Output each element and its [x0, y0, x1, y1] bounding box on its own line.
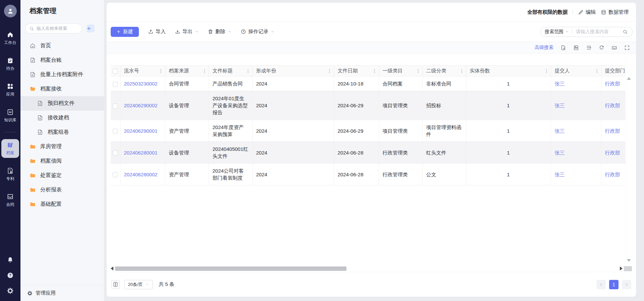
serial-link[interactable]: 202406280002	[124, 172, 158, 177]
search-icon[interactable]	[623, 29, 628, 35]
column-menu-icon[interactable]	[372, 68, 377, 73]
delete-button[interactable]: 删除	[208, 28, 231, 35]
table-search-bar: 搜索范围 请输入搜索内容	[540, 27, 633, 37]
data-manage-button[interactable]: 数据管理	[601, 9, 629, 15]
new-button[interactable]: 新建	[111, 27, 139, 37]
department-link[interactable]: 行政部	[605, 172, 620, 177]
column-header-6[interactable]: 二级分类	[422, 66, 466, 76]
rail-item-patent[interactable]: 专利	[1, 165, 19, 184]
scroll-up-icon[interactable]	[627, 77, 631, 80]
sidebar-item-10[interactable]: 分析报表	[20, 183, 104, 197]
scroll-left-icon[interactable]	[111, 266, 113, 270]
help-icon[interactable]: ?	[7, 272, 14, 279]
scroll-down-icon[interactable]	[627, 259, 631, 262]
advanced-search-link[interactable]: 高级搜索	[535, 45, 553, 51]
column-header-3[interactable]: 形成年份	[252, 66, 334, 76]
notification-bell-icon[interactable]	[7, 256, 14, 263]
column-menu-icon[interactable]	[158, 68, 163, 73]
row-checkbox[interactable]	[113, 172, 118, 177]
next-page-button[interactable]	[622, 280, 631, 289]
page-size-select[interactable]: 20条/页	[124, 280, 153, 289]
keyboard-icon[interactable]	[611, 45, 617, 51]
column-header-0[interactable]: 流水号	[120, 66, 165, 76]
avatar[interactable]	[4, 5, 17, 17]
row-checkbox[interactable]	[113, 104, 118, 109]
serial-link[interactable]: 202406290001	[124, 128, 158, 134]
spacer	[107, 54, 636, 65]
column-menu-icon[interactable]	[459, 68, 464, 73]
sidebar-item-7[interactable]: 库房管理	[20, 139, 104, 154]
search-input[interactable]: 请输入搜索内容	[576, 29, 623, 35]
vertical-scrollbar[interactable]	[626, 77, 631, 262]
submitter-link[interactable]: 张三	[555, 150, 565, 156]
sidebar-item-2[interactable]: 批量上传档案附件	[20, 67, 104, 82]
column-header-8[interactable]: 提交人	[551, 66, 601, 76]
serial-link[interactable]: 202406290002	[124, 103, 158, 108]
column-header-5[interactable]: 一级类目	[379, 66, 422, 76]
column-menu-icon[interactable]	[246, 68, 251, 73]
row-checkbox[interactable]	[113, 129, 118, 134]
field-config-icon[interactable]	[573, 45, 579, 51]
sidebar-item-1[interactable]: 档案台账	[20, 53, 104, 67]
column-menu-icon[interactable]	[327, 68, 332, 73]
operation-log-button[interactable]: 操作记录	[240, 28, 274, 35]
department-link[interactable]: 行政部	[605, 103, 620, 108]
department-link[interactable]: 行政部	[605, 81, 620, 86]
sidebar-item-11[interactable]: 基础配置	[20, 197, 104, 212]
submitter-link[interactable]: 张三	[555, 81, 565, 86]
column-header-9[interactable]: 提交部门	[601, 66, 626, 76]
column-menu-icon[interactable]	[416, 68, 421, 73]
column-header-1[interactable]: 档案来源	[165, 66, 209, 76]
row-height-setting-icon[interactable]	[111, 280, 120, 289]
sidebar-item-label: 批量上传档案附件	[40, 71, 83, 78]
rail-item-archive[interactable]: 档案	[1, 139, 19, 158]
scroll-right-icon[interactable]	[620, 266, 623, 270]
row-checkbox[interactable]	[113, 82, 118, 87]
add-button[interactable]	[87, 24, 95, 33]
search-scope-select[interactable]: 搜索范围	[545, 29, 569, 35]
edit-button[interactable]: 编辑	[578, 9, 596, 15]
export-button[interactable]: 导出	[175, 28, 199, 35]
sidebar-item-6[interactable]: 档案组卷	[20, 125, 104, 139]
department-link[interactable]: 行政部	[605, 150, 620, 156]
row-height-icon[interactable]	[586, 45, 592, 51]
rail-item-knowledge[interactable]: AI知识库	[1, 106, 19, 125]
sidebar-item-4[interactable]: 预归档文件	[20, 96, 104, 111]
submitter-link[interactable]: 张三	[555, 172, 565, 177]
rail-item-apps[interactable]: 应用	[1, 80, 19, 99]
sidebar-item-0[interactable]: 首页	[20, 39, 104, 53]
rail-item-todo[interactable]: 待办	[1, 55, 19, 73]
serial-link[interactable]: 202503230002	[124, 81, 158, 86]
import-button[interactable]: 导入	[148, 28, 166, 35]
sidebar-item-3[interactable]: 档案接收	[20, 82, 104, 96]
serial-link[interactable]: 202406280001	[124, 150, 158, 156]
rail-item-contract[interactable]: 合同	[1, 191, 19, 209]
select-all-checkbox[interactable]	[113, 69, 118, 74]
column-header-4[interactable]: 文件日期	[334, 66, 379, 76]
current-page-button[interactable]: 1	[609, 280, 619, 289]
prev-page-button[interactable]	[596, 280, 606, 289]
column-menu-icon[interactable]	[594, 68, 599, 73]
sidebar-item-9[interactable]: 处置鉴定	[20, 168, 104, 183]
settings-gear-icon[interactable]	[7, 287, 14, 294]
sidebar-item-5[interactable]: 接收建档	[20, 111, 104, 125]
column-menu-icon[interactable]	[202, 68, 207, 73]
column-header-2[interactable]: 文件标题	[209, 66, 252, 76]
manage-apps-button[interactable]: 管理应用	[20, 285, 104, 301]
rail-item-workbench[interactable]: 工作台	[1, 29, 19, 48]
row-checkbox[interactable]	[113, 150, 118, 156]
column-header-7[interactable]: 实体份数	[466, 66, 551, 76]
column-menu-icon[interactable]	[544, 68, 549, 73]
sidebar-item-label: 首页	[40, 42, 51, 49]
submitter-link[interactable]: 张三	[555, 128, 565, 134]
books-icon	[7, 141, 14, 148]
department-link[interactable]: 行政部	[605, 128, 620, 134]
submitter-link[interactable]: 张三	[555, 103, 565, 108]
sidebar-item-8[interactable]: 档案借阅	[20, 154, 104, 168]
scrollbar-track[interactable]	[115, 266, 618, 271]
fullscreen-icon[interactable]	[624, 45, 630, 51]
sidebar-search-input[interactable]: 输入名称来搜索	[25, 23, 82, 34]
scrollbar-thumb[interactable]	[115, 266, 346, 271]
preview-doc-icon[interactable]	[560, 45, 566, 51]
refresh-icon[interactable]	[599, 45, 604, 51]
